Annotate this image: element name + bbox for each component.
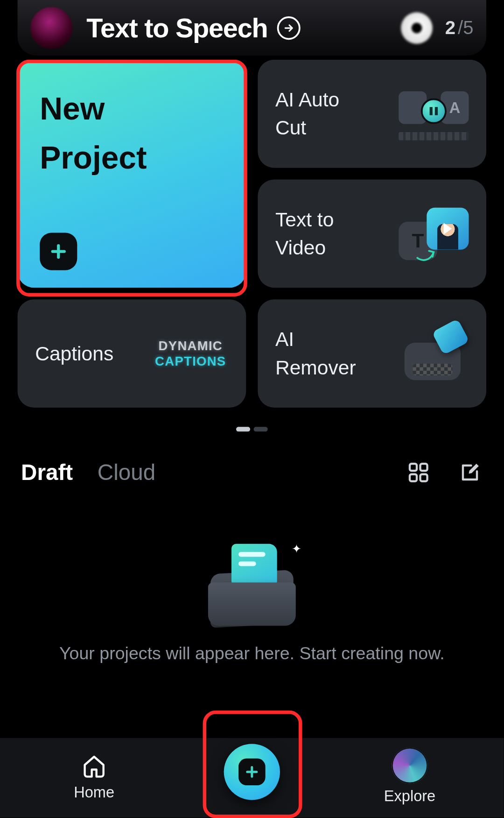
tools-grid: New Project AI Auto Cut A Text to Video … <box>18 60 487 408</box>
captions-label: Captions <box>35 339 113 367</box>
ai-auto-cut-icon: A <box>399 87 469 140</box>
promo-banner[interactable]: Text to Speech 2 /5 <box>18 0 487 56</box>
text-to-video-label: Text to Video <box>275 206 334 261</box>
tab-draft[interactable]: Draft <box>21 460 73 485</box>
banner-title: Text to Speech <box>86 12 267 44</box>
home-icon <box>79 751 109 780</box>
text-to-video-icon: T <box>399 207 469 260</box>
ai-auto-cut-label: AI Auto Cut <box>275 86 339 141</box>
svg-rect-2 <box>410 474 417 481</box>
svg-rect-3 <box>420 474 427 481</box>
ai-remover-icon <box>399 327 469 380</box>
play-icon <box>401 12 433 44</box>
ai-remover-card[interactable]: AI Remover <box>258 299 486 408</box>
bottom-nav: Home Explore <box>0 738 504 818</box>
create-fab[interactable] <box>224 744 280 800</box>
ai-remover-label: AI Remover <box>275 326 356 381</box>
plus-icon <box>40 233 77 270</box>
avatar <box>30 7 72 49</box>
project-tabs: Draft Cloud <box>21 459 483 485</box>
explore-icon <box>392 747 428 783</box>
empty-projects: ✦ Your projects will appear here. Start … <box>0 544 504 663</box>
nav-home[interactable]: Home <box>35 751 153 802</box>
arrow-right-circle-icon <box>277 16 300 39</box>
new-project-label: New Project <box>40 84 147 182</box>
tab-cloud[interactable]: Cloud <box>98 460 155 485</box>
ai-auto-cut-card[interactable]: AI Auto Cut A <box>258 60 486 168</box>
captions-card[interactable]: Captions DYNAMIC CAPTIONS <box>18 299 246 408</box>
banner-count-total: /5 <box>458 17 473 38</box>
nav-explore-label: Explore <box>384 787 435 805</box>
nav-home-label: Home <box>74 783 114 802</box>
banner-count-current: 2 <box>445 17 455 38</box>
empty-projects-text: Your projects will appear here. Start cr… <box>59 643 445 663</box>
nav-explore[interactable]: Explore <box>351 747 469 805</box>
empty-folder-icon: ✦ <box>208 544 296 626</box>
edit-icon[interactable] <box>457 459 483 485</box>
svg-rect-0 <box>410 464 417 471</box>
text-to-video-card[interactable]: Text to Video T <box>258 180 486 288</box>
plus-icon <box>238 758 266 785</box>
page-indicator <box>0 427 504 431</box>
grid-view-icon[interactable] <box>406 459 431 485</box>
dynamic-captions-icon: DYNAMIC CAPTIONS <box>153 338 229 369</box>
new-project-card[interactable]: New Project <box>18 60 246 288</box>
svg-rect-1 <box>420 464 427 471</box>
